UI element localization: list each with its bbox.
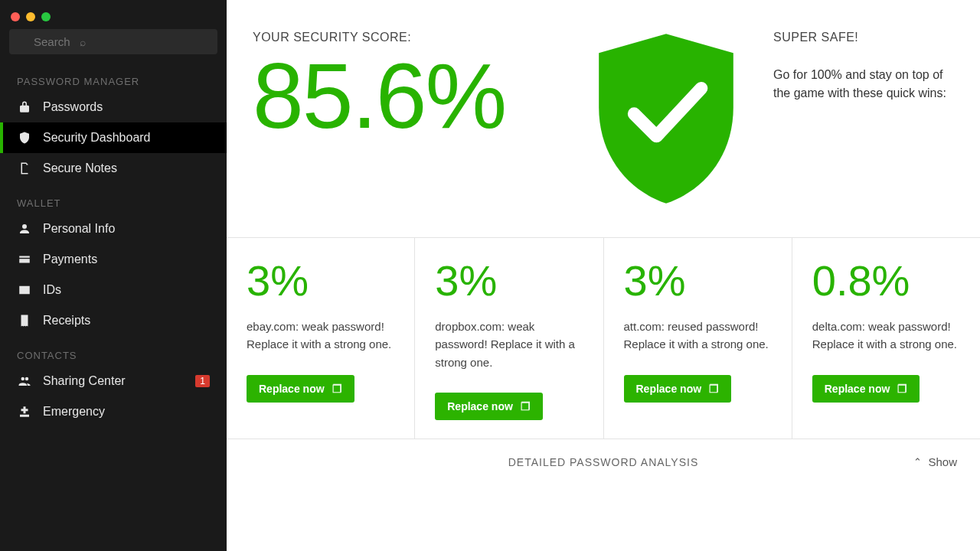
sidebar-item-payments[interactable]: Payments <box>0 244 227 275</box>
button-label: Replace now <box>825 383 890 395</box>
sidebar-item-label: Payments <box>43 253 97 266</box>
sidebar-item-sharing-center[interactable]: Sharing Center 1 <box>0 366 227 396</box>
sidebar-item-label: Passwords <box>43 100 103 114</box>
safe-title: SUPER SAFE! <box>773 31 959 44</box>
card-message: dropbox.com: weak password! Replace it w… <box>435 318 583 371</box>
card-message: delta.com: weak password! Replace it wit… <box>812 318 960 354</box>
external-icon: ❐ <box>521 400 531 412</box>
show-toggle[interactable]: ⌃ Show <box>913 455 957 468</box>
sidebar-item-passwords[interactable]: Passwords <box>0 92 227 122</box>
replace-now-button[interactable]: Replace now❐ <box>247 375 354 403</box>
notification-badge: 1 <box>195 375 210 387</box>
person-icon <box>17 221 32 236</box>
button-label: Replace now <box>636 383 702 395</box>
lock-icon <box>17 99 32 115</box>
sidebar-item-label: Security Dashboard <box>43 131 151 145</box>
improvement-card: 0.8% delta.com: weak password! Replace i… <box>792 238 980 439</box>
shield-check-icon <box>567 31 766 207</box>
score-label: YOUR SECURITY SCORE: <box>253 31 567 44</box>
improvement-card: 3% dropbox.com: weak password! Replace i… <box>415 238 603 439</box>
section-header-contacts: CONTACTS <box>0 336 227 366</box>
main-content: YOUR SECURITY SCORE: 85.6% SUPER SAFE! G… <box>227 0 980 551</box>
window-controls <box>0 6 227 29</box>
people-icon <box>17 373 32 389</box>
card-percentage: 3% <box>435 259 583 302</box>
replace-now-button[interactable]: Replace now❐ <box>812 375 920 403</box>
safe-text: Go for 100% and stay on top of the game … <box>773 66 959 103</box>
section-header-wallet: WALLET <box>0 184 227 214</box>
card-icon <box>17 252 32 267</box>
section-header-password-manager: PASSWORD MANAGER <box>0 62 227 92</box>
sidebar-item-personal-info[interactable]: Personal Info <box>0 214 227 244</box>
show-label: Show <box>928 455 957 468</box>
external-icon: ❐ <box>332 383 342 395</box>
sidebar-item-security-dashboard[interactable]: Security Dashboard <box>0 122 227 153</box>
sidebar-item-secure-notes[interactable]: Secure Notes <box>0 153 227 184</box>
card-message: ebay.com: weak password! Replace it with… <box>247 318 394 354</box>
sidebar-item-label: Emergency <box>43 405 105 419</box>
sidebar-item-label: Secure Notes <box>43 161 117 175</box>
score-value: 85.6% <box>253 47 567 144</box>
sidebar-item-label: IDs <box>43 283 61 297</box>
sidebar-item-emergency[interactable]: Emergency <box>0 396 227 427</box>
button-label: Replace now <box>259 383 325 395</box>
card-percentage: 3% <box>624 259 772 302</box>
replace-now-button[interactable]: Replace now❐ <box>435 393 543 420</box>
sidebar-item-label: Personal Info <box>43 222 115 236</box>
receipt-icon <box>17 313 32 328</box>
search-container: ⌕ <box>0 29 227 62</box>
sidebar: ⌕ PASSWORD MANAGER Passwords Security Da… <box>0 0 227 551</box>
footer-title: DETAILED PASSWORD ANALYSIS <box>508 456 699 468</box>
maximize-window-button[interactable] <box>41 12 51 21</box>
button-label: Replace now <box>447 400 513 412</box>
security-score-panel: YOUR SECURITY SCORE: 85.6% SUPER SAFE! G… <box>227 0 980 237</box>
sidebar-item-ids[interactable]: IDs <box>0 275 227 305</box>
emergency-icon <box>17 404 32 419</box>
id-icon <box>17 282 32 298</box>
search-input[interactable] <box>9 29 217 54</box>
sidebar-item-label: Sharing Center <box>43 374 126 388</box>
detailed-analysis-bar: DETAILED PASSWORD ANALYSIS ⌃ Show <box>227 439 980 485</box>
note-icon <box>17 161 32 176</box>
external-icon: ❐ <box>897 383 907 395</box>
improvement-card: 3% ebay.com: weak password! Replace it w… <box>227 238 415 439</box>
replace-now-button[interactable]: Replace now❐ <box>624 375 732 403</box>
minimize-window-button[interactable] <box>26 12 35 21</box>
chevron-up-icon: ⌃ <box>913 456 922 468</box>
sidebar-item-receipts[interactable]: Receipts <box>0 305 227 336</box>
card-message: att.com: reused password! Replace it wit… <box>624 318 772 354</box>
card-percentage: 0.8% <box>812 259 960 302</box>
sidebar-item-label: Receipts <box>43 314 90 328</box>
improvement-card: 3% att.com: reused password! Replace it … <box>604 238 792 439</box>
improvement-cards: 3% ebay.com: weak password! Replace it w… <box>227 237 980 439</box>
close-window-button[interactable] <box>11 12 20 21</box>
shield-icon <box>17 130 32 145</box>
card-percentage: 3% <box>247 259 394 302</box>
external-icon: ❐ <box>709 383 719 395</box>
